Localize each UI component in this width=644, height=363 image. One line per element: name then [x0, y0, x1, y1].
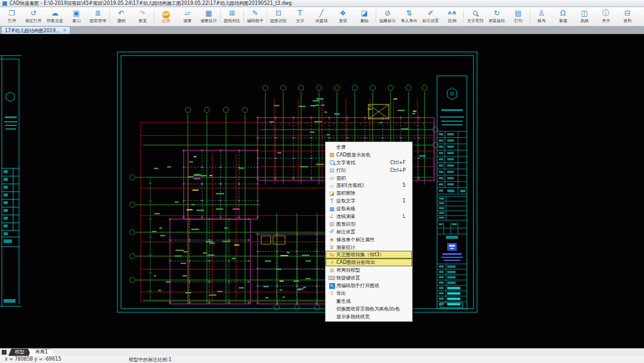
menu-item-14[interactable]: ⇆天正图纸转换（转t3）	[326, 251, 412, 259]
annotation-scale-label: 模型中的标注比例:1	[129, 356, 172, 363]
menu-item-5[interactable]: ▱面积(含弧线)5	[326, 182, 412, 189]
toolbar-item-label: 导入导出	[401, 18, 417, 23]
menu-item-3[interactable]: ▤打印Ctrl+P	[326, 167, 412, 174]
toolbar-item-28[interactable]: ⊟资料	[617, 7, 638, 26]
edit-assistant-icon: ✎	[327, 282, 336, 289]
toolbar-item-11[interactable]: ✎编辑助手	[244, 7, 266, 26]
sheet-tab-bar: 模型 布局1	[0, 348, 644, 356]
print-icon: ▤	[515, 9, 521, 18]
menu-item-11[interactable]: ✐标注设置	[326, 228, 412, 236]
status-bar: x = 780858 y = -69615 模型中的标注比例:1	[0, 356, 644, 363]
toolbar-item-24[interactable]: ♙账号	[531, 7, 552, 26]
menu-item-label: 面积	[336, 175, 412, 182]
toolbar-item-6[interactable]: ↷恢复	[132, 7, 153, 26]
menu-item-22[interactable]: 显示多段线线宽	[326, 313, 412, 321]
context-menu: 全屏▩CAD图显示灰色文字查找Ctrl+F▤打印Ctrl+P▱面积▱面积(含弧线…	[325, 141, 413, 322]
toolbar-item-27[interactable]: ⓘ关于	[595, 7, 617, 26]
menu-item-6[interactable]: ◪面积擦除	[326, 189, 412, 197]
menu-item-2[interactable]: 文字查找Ctrl+F	[326, 159, 412, 167]
draw-line-icon: ╱	[319, 9, 323, 18]
menu-item-label: 文字查找	[336, 159, 390, 166]
modify-annotation-icon: ◈	[327, 236, 336, 243]
toolbar-item-15[interactable]: ❖形状	[332, 7, 354, 26]
toolbar-item-4[interactable]: ≣图层管理	[87, 7, 109, 26]
toolbar-item-1[interactable]: ↺最近打开	[23, 7, 44, 26]
text-icon: T	[298, 9, 302, 18]
menu-item-18[interactable]: ✎用编辑助手打开图纸	[326, 282, 412, 290]
menu-item-label: 测量统计	[336, 244, 412, 251]
sheet-tab-corner-icon	[2, 350, 7, 355]
menu-item-label: 全屏	[336, 144, 412, 150]
recent-open-icon: ↺	[30, 9, 36, 18]
extract-text-icon: T	[327, 198, 336, 205]
toolbar-item-9[interactable]: ▦测量统计	[198, 7, 219, 26]
menu-item-label: 导出	[336, 290, 412, 297]
menu-item-19[interactable]: ⇧导出	[326, 290, 412, 297]
menu-item-7[interactable]: T提取文字1	[326, 197, 412, 205]
menu-item-8[interactable]: ▦提取表格	[326, 205, 412, 213]
tianzheng-convert-icon: ⇆	[327, 251, 336, 259]
document-tab-label: 17#幼儿园结构图2019…	[5, 27, 60, 34]
menu-item-label: 打印	[336, 167, 390, 174]
toolbar-item-10[interactable]: ⊞图纸对比	[221, 7, 243, 26]
menu-item-9[interactable]: ∠连续测量L	[326, 213, 412, 220]
toolbar-item-7[interactable]: VIP会员	[155, 7, 177, 26]
toolbar-item-label: 编辑助手	[247, 18, 264, 23]
toolbar-item-8[interactable]: ▱测量	[177, 7, 198, 26]
toolbar-item-18[interactable]: ⇅导入导出	[398, 7, 420, 26]
close-icon[interactable]: ×	[63, 28, 67, 33]
menu-item-0[interactable]: 全屏	[326, 143, 412, 151]
menu-item-16[interactable]: ⊞布局转模型	[326, 266, 412, 274]
toolbar-item-20[interactable]: A:B比例	[441, 7, 463, 26]
document-tab-bar: 17#幼儿园结构图2019… ×	[0, 26, 644, 34]
toolbar-item-5[interactable]: ↶撤销	[110, 7, 132, 26]
menu-item-15[interactable]: ↗CAD图纸分割导出	[326, 259, 412, 266]
menu-item-17[interactable]: ⌨快捷键设置	[326, 274, 412, 282]
export-icon: ⇧	[327, 290, 336, 297]
style-icon: ◫	[581, 9, 587, 18]
toolbar-item-14[interactable]: ╱画直线	[311, 7, 332, 26]
menu-item-1[interactable]: ▩CAD图显示灰色	[326, 151, 412, 159]
vip-icon: VIP	[162, 9, 170, 18]
menu-item-12[interactable]: ◈修改单个标注属性	[326, 236, 412, 244]
toolbar-item-16[interactable]: ◪删除	[354, 7, 375, 26]
toolbar-item-3[interactable]: ▣窗口	[66, 7, 87, 26]
toolbar-item-label: 快看云盘	[47, 18, 63, 23]
cad-drawing	[0, 34, 644, 348]
document-tab[interactable]: 17#幼儿园结构图2019… ×	[1, 26, 70, 34]
toolbar-item-2[interactable]: ☁快看云盘	[44, 7, 66, 26]
menu-item-20[interactable]: 重生成	[326, 297, 412, 305]
menu-item-label: 修改单个标注属性	[336, 236, 412, 243]
toolbar-item-label: 图层管理	[89, 18, 106, 23]
app-logo-icon	[2, 1, 7, 6]
menu-item-21[interactable]: 切换图纸背景颜色为黑色/白色	[326, 305, 412, 313]
menu-item-4[interactable]: ▱面积	[326, 174, 412, 182]
text-search-icon	[327, 159, 336, 167]
tab-layout1[interactable]: 布局1	[29, 349, 54, 356]
toolbar-item-19[interactable]: ✐标注设置	[420, 7, 441, 26]
drawing-canvas[interactable]: 全屏▩CAD图显示灰色文字查找Ctrl+F▤打印Ctrl+P▱面积▱面积(含弧线…	[0, 34, 644, 348]
app-window: CAD快速看图 - E:\0-2019旧项目\45#项目\2019.05.24\…	[0, 0, 644, 363]
docs-icon: ⊟	[624, 9, 630, 18]
menu-item-label: 连续测量	[336, 213, 403, 220]
toolbar-item-label: 画直线	[315, 18, 328, 23]
toolbar-item-25[interactable]: Ω客服	[552, 7, 574, 26]
menu-item-label: 面积(含弧线)	[336, 182, 402, 189]
menu-item-10[interactable]: ▨图形识别	[326, 220, 412, 228]
toolbar-separator	[463, 10, 464, 23]
toolbar-item-17[interactable]: ⊘隐藏标注	[377, 7, 398, 26]
toolbar-item-22[interactable]: ↻屏幕旋转	[486, 7, 507, 26]
toolbar-item-13[interactable]: T文字	[289, 7, 311, 26]
toolbar-item-23[interactable]: ▤打印	[507, 7, 529, 26]
toolbar-item-12[interactable]: ⊡图形识别	[268, 7, 289, 26]
toolbar-item-0[interactable]: ❒打开	[1, 7, 23, 26]
shape-recognition-icon: ⊡	[275, 9, 281, 18]
menu-item-label: 天正图纸转换（转t3）	[336, 251, 412, 258]
tab-model[interactable]: 模型	[8, 349, 31, 356]
toolbar-item-21[interactable]: 文字查找	[465, 7, 486, 26]
menu-item-13[interactable]: ≣测量统计	[326, 244, 412, 251]
toolbar-item-26[interactable]: ◫风格	[574, 7, 595, 26]
toolbar-item-label: 最近打开	[25, 18, 42, 23]
toolbar-item-label: 测量	[183, 18, 191, 23]
title-block-strip	[437, 76, 467, 309]
